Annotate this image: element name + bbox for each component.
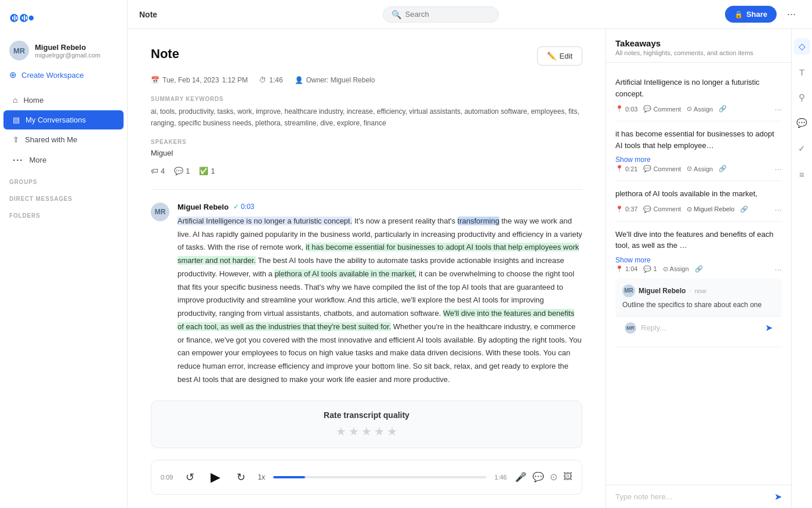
comment-icon-2: 💬 [643, 165, 651, 172]
note-date: Tue, Feb 14, 2023 [162, 76, 219, 84]
stat-actions: ✅ 1 [199, 167, 215, 175]
topbar: Note 🔍 🔒 Share ··· [128, 0, 812, 29]
panel-header: Takeaways All notes, highlights, comment… [606, 29, 791, 63]
audio-start-time: 0:09 [161, 474, 173, 481]
comment-stat-icon: 💬 [174, 167, 183, 175]
reply-box-4: MR ➤ [615, 316, 782, 340]
note-send-button[interactable]: ➤ [774, 491, 782, 502]
time-tag-3[interactable]: 📍 0:37 [615, 206, 637, 213]
check-circle-icon[interactable]: ⊙ [550, 471, 557, 482]
topbar-more-button[interactable]: ··· [782, 6, 800, 23]
assign-action-1[interactable]: ⊙ Assign [687, 105, 713, 113]
playback-speed[interactable]: 1x [258, 473, 265, 481]
takeaway-item-4: We'll dive into the features and benefit… [615, 222, 782, 347]
star-3[interactable]: ★ [361, 424, 372, 438]
star-1[interactable]: ★ [336, 424, 346, 438]
assign-action-2[interactable]: ⊙ Assign [687, 165, 713, 172]
search-input[interactable] [405, 10, 490, 19]
play-button[interactable]: ▶ [206, 469, 224, 486]
takeaway-actions-3: 📍 0:37 💬 Comment ⊙ Miguel Rebelo 🔗 ··· [615, 204, 782, 214]
edit-button[interactable]: ✏️ Edit [537, 46, 582, 66]
show-more-4[interactable]: Show more [615, 256, 782, 264]
star-4[interactable]: ★ [374, 424, 385, 438]
transcript-speaker-name: Miguel Rebelo [177, 203, 229, 211]
speakers-label: SPEAKERS [151, 139, 582, 145]
comment-now-4: now [694, 287, 706, 294]
takeaway-text-2: it has become essential for businesses t… [615, 128, 782, 151]
conversations-icon: ▤ [13, 116, 20, 124]
transcript-speaker-avatar: MR [151, 203, 169, 221]
image-icon[interactable]: 🖼 [563, 471, 572, 482]
reply-avatar: MR [625, 322, 636, 334]
create-workspace-button[interactable]: ⊕ Create Workspace [0, 65, 127, 85]
transcript-content: Miguel Rebelo ✓ 0:03 Artificial Intellig… [177, 203, 582, 387]
tab-check-icon[interactable]: ✓ [794, 140, 810, 157]
link-icon-2[interactable]: 🔗 [719, 165, 727, 172]
assign-action-4[interactable]: ⊙ Assign [663, 265, 689, 273]
rewind-button[interactable]: ↺ [181, 469, 198, 486]
assignee-3: ⊙ Miguel Rebelo [687, 206, 734, 213]
audio-progress-fill [273, 476, 305, 478]
highlight-plethora: plethora of AI tools available in the ma… [274, 269, 416, 278]
note-title: Note [151, 46, 179, 62]
more-button-2[interactable]: ··· [774, 164, 782, 174]
star-5[interactable]: ★ [387, 424, 397, 438]
assign-icon-1: ⊙ [687, 105, 692, 113]
forward-button[interactable]: ↻ [232, 469, 249, 486]
sidebar-section-folders: FOLDERS [0, 204, 127, 221]
more-button-1[interactable]: ··· [774, 104, 782, 114]
time-tag-2[interactable]: 📍 0:21 [615, 165, 637, 172]
panel-body: Artificial Intelligence is no longer a f… [606, 63, 791, 485]
tab-text-icon[interactable]: T [794, 64, 810, 80]
note-area: Note ✏️ Edit 📅 Tue, Feb 14, 2023 1:12 PM… [128, 29, 606, 508]
assign-icon-4: ⊙ [663, 265, 668, 273]
comment-avatar-4: MR [622, 284, 635, 297]
mic-icon[interactable]: 🎤 [515, 471, 527, 482]
star-2[interactable]: ★ [349, 424, 359, 438]
comment-action-4[interactable]: 💬 1 [643, 265, 657, 273]
user-profile[interactable]: MR Miguel Rebelo miguelrggr@gmail.com [0, 36, 127, 65]
link-icon-1[interactable]: 🔗 [719, 105, 727, 113]
assign-icon-2: ⊙ [687, 165, 692, 172]
tab-list-icon[interactable]: ≡ [794, 166, 810, 182]
time-tag-4[interactable]: 📍 1:04 [615, 265, 637, 273]
bubble-icon[interactable]: 💬 [532, 471, 544, 482]
panel-title: Takeaways [615, 38, 782, 48]
reply-input[interactable] [641, 323, 760, 332]
sidebar-item-my-conversations[interactable]: ▤ My Conversations [3, 110, 124, 129]
note-input[interactable] [615, 492, 770, 501]
clock-icon: ⏱ [259, 76, 266, 84]
tab-pin-icon[interactable]: ⚲ [794, 89, 810, 106]
stat-tags: 🏷 4 [151, 167, 165, 175]
sidebar-item-shared-with-me[interactable]: ⇧ Shared with Me [3, 130, 124, 149]
link-icon-4[interactable]: 🔗 [695, 265, 703, 273]
right-panel-tabs: ◇ T ⚲ 💬 ✓ ≡ [791, 29, 812, 508]
highlight-transforming: transforming [458, 217, 499, 225]
tab-chat-icon[interactable]: 💬 [794, 115, 810, 131]
svg-rect-2 [14, 15, 15, 21]
link-icon-3[interactable]: 🔗 [740, 206, 748, 213]
show-more-2[interactable]: Show more [615, 156, 782, 164]
audio-progress-bar[interactable] [273, 476, 486, 478]
star-rating[interactable]: ★ ★ ★ ★ ★ [161, 424, 572, 438]
divider [151, 189, 582, 190]
sidebar-item-home[interactable]: ⌂ Home [3, 90, 124, 110]
audio-action-icons: 🎤 💬 ⊙ 🖼 [515, 471, 572, 482]
comment-icon-1: 💬 [643, 105, 651, 113]
search-bar[interactable]: 🔍 [383, 6, 499, 23]
share-button[interactable]: 🔒 Share [725, 6, 777, 23]
comment-text-4: Outline the specifics to share about eac… [622, 300, 775, 310]
comment-action-2[interactable]: 💬 Comment [643, 165, 681, 172]
content-area: Note ✏️ Edit 📅 Tue, Feb 14, 2023 1:12 PM… [128, 29, 812, 508]
sidebar-item-more[interactable]: ··· More [3, 150, 124, 170]
tab-diamond-icon[interactable]: ◇ [794, 38, 810, 55]
more-button-4[interactable]: ··· [774, 264, 782, 274]
comment-action-3[interactable]: 💬 Comment [643, 206, 681, 213]
note-stats: 🏷 4 💬 1 ✅ 1 [151, 167, 582, 175]
comment-action-1[interactable]: 💬 Comment [643, 105, 681, 113]
takeaway-actions-2: 📍 0:21 💬 Comment ⊙ Assign 🔗 ··· [615, 164, 782, 174]
reply-send-button[interactable]: ➤ [765, 322, 773, 333]
time-tag-1[interactable]: 📍 0:03 [615, 105, 637, 113]
note-owner: Owner: Miguel Rebelo [306, 76, 375, 84]
more-button-3[interactable]: ··· [774, 204, 782, 214]
